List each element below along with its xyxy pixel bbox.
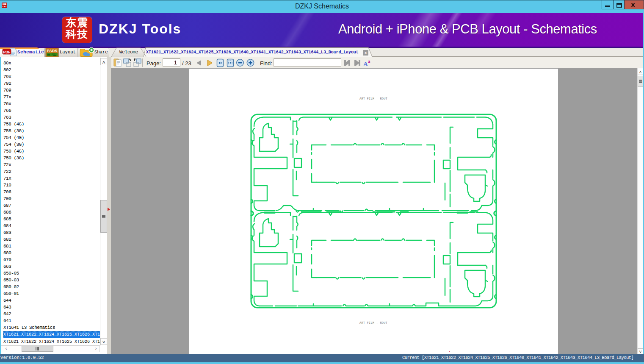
svg-text:a: a — [368, 58, 370, 64]
svg-text:A: A — [363, 61, 368, 67]
